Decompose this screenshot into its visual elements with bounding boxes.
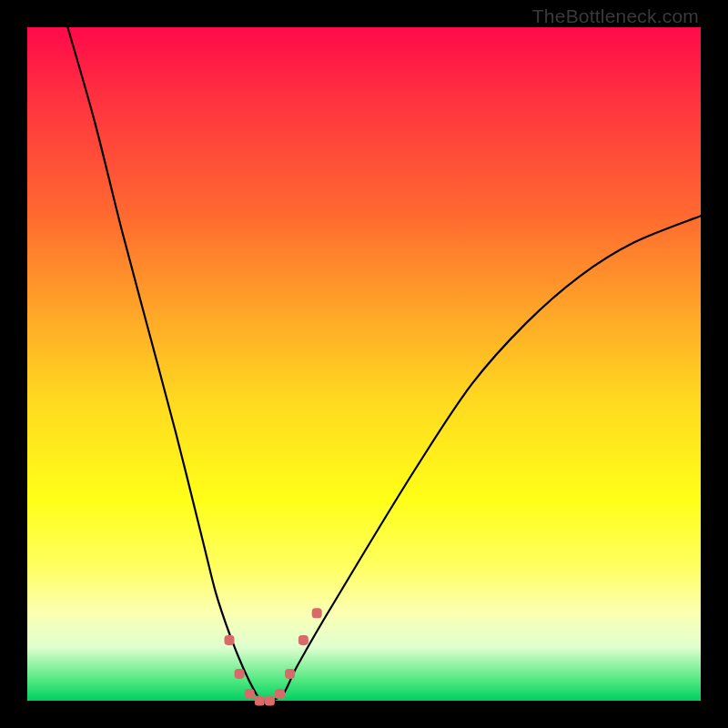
highlight-marker	[255, 696, 265, 706]
plot-area	[27, 27, 701, 701]
highlight-marker	[312, 608, 322, 618]
chart-svg	[27, 27, 701, 701]
highlight-marker	[265, 696, 275, 706]
watermark-text: TheBottleneck.com	[532, 5, 699, 27]
highlight-marker	[275, 689, 285, 699]
highlight-marker	[285, 669, 295, 679]
highlight-marker	[245, 689, 255, 699]
bottleneck-curve-path	[67, 27, 701, 702]
highlight-marker	[298, 635, 308, 645]
highlight-marker	[235, 669, 245, 679]
highlight-marker	[225, 635, 235, 645]
